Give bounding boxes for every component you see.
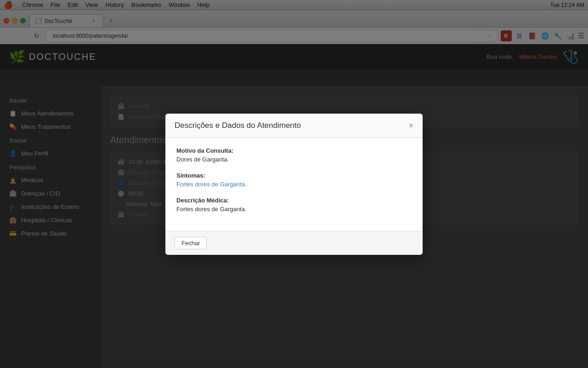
modal-motivo-value: Dores de Garganta. (176, 156, 412, 163)
modal-header: Descrições e Dados do Atendimento × (165, 114, 423, 138)
modal-sintomas-label: Sintomas: (176, 172, 412, 179)
fechar-button[interactable]: Fechar (175, 237, 207, 249)
modal-motivo-label: Motivo da Consulta: (176, 147, 412, 154)
modal-section-sintomas: Sintomas: Fortes dores de Garganta. (176, 172, 412, 188)
modal-section-descricao: Descrição Médica: Fortes dores de Gargan… (176, 197, 412, 213)
modal-body: Motivo da Consulta: Dores de Garganta. S… (165, 138, 423, 231)
modal-close-button[interactable]: × (408, 121, 413, 130)
modal-section-motivo: Motivo da Consulta: Dores de Garganta. (176, 147, 412, 163)
modal-dialog: Descrições e Dados do Atendimento × Moti… (165, 114, 423, 255)
modal-descricao-label: Descrição Médica: (176, 197, 412, 204)
modal-footer: Fechar (165, 231, 423, 255)
modal-descricao-value: Fortes dores de Garganta. (176, 206, 412, 213)
modal-title: Descrições e Dados do Atendimento (175, 121, 301, 130)
modal-overlay: Descrições e Dados do Atendimento × Moti… (0, 0, 588, 368)
modal-sintomas-value[interactable]: Fortes dores de Garganta. (176, 181, 412, 188)
